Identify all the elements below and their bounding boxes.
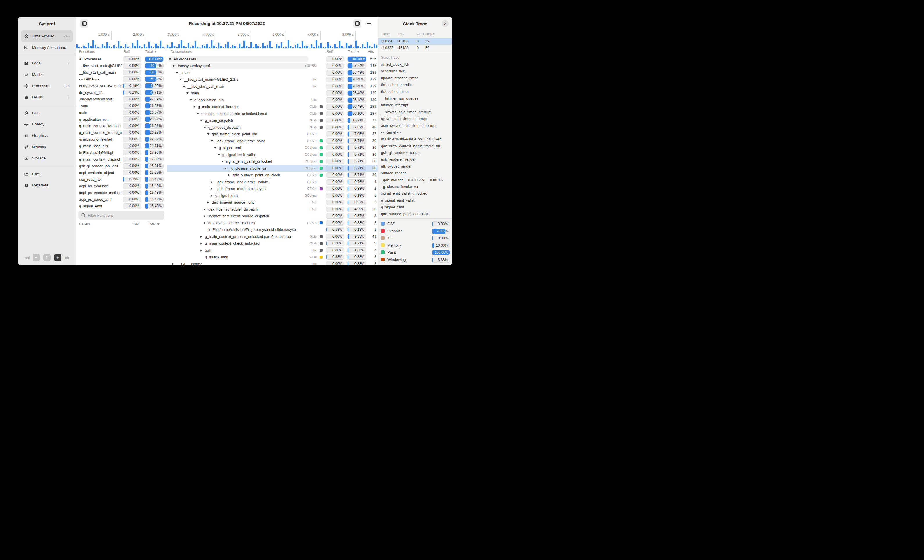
timeline-selection-band[interactable] bbox=[76, 39, 378, 48]
function-row[interactable]: _start0.00%26.67%26.67% bbox=[76, 103, 167, 109]
function-row[interactable]: All Processes0.00%100.00%100.00% bbox=[76, 56, 167, 63]
chevron-right-icon[interactable] bbox=[204, 208, 206, 211]
function-row[interactable]: __libc_start_main@GLIBC_2.2.50.00%60.76%… bbox=[76, 63, 167, 69]
descendant-row[interactable]: g_main_dispatchGLib0.00%13.71%13.71%72 bbox=[167, 117, 378, 124]
stack-frame[interactable]: surface_render bbox=[378, 170, 452, 176]
function-row[interactable]: g_signal_emit0.00%15.43%15.43% bbox=[76, 203, 167, 210]
descendants-self-column-header[interactable]: Self bbox=[327, 50, 333, 54]
function-row[interactable]: - - Kernel - -0.00%60.38%60.38% bbox=[76, 76, 167, 82]
descendant-row[interactable]: gdk_surface_paint_on_clockGTK 40.00%5.71… bbox=[167, 172, 378, 179]
chevron-right-icon[interactable] bbox=[200, 235, 202, 238]
function-row[interactable]: g_application_run0.00%26.67%26.67% bbox=[76, 116, 167, 123]
chevron-right-icon[interactable] bbox=[207, 201, 209, 204]
descendant-row[interactable]: main0.00%26.48%26.48%139 bbox=[167, 90, 378, 97]
descendants-column-header[interactable]: Descendants bbox=[171, 50, 192, 54]
stack-frame[interactable]: __sysvec_apic_timer_interrupt bbox=[378, 109, 452, 115]
descendant-row[interactable]: dex_fiber_scheduler_dispatchDex0.00%4.95… bbox=[167, 206, 378, 213]
callers-total-column-header[interactable]: Total bbox=[148, 222, 159, 226]
stack-sample-row[interactable]: 1.032015183039 bbox=[378, 38, 452, 45]
descendant-row[interactable]: polllibc0.00%1.33%1.33%7 bbox=[167, 247, 378, 254]
stack-frame[interactable]: signal_emit_valist_unlocked bbox=[378, 190, 452, 197]
stack-frame[interactable]: _gdk_marshal_BOOLEAN__BOXEDv bbox=[378, 177, 452, 183]
stack-frame[interactable]: - - Kernel - - bbox=[378, 129, 452, 136]
function-row[interactable]: main0.00%26.67%26.67% bbox=[76, 109, 167, 116]
descendant-row[interactable]: g_main_context_check_unlockedGLib0.38%0.… bbox=[167, 240, 378, 247]
function-row[interactable]: g_main_context_iteration0.00%26.67%26.67… bbox=[76, 123, 167, 129]
chevron-down-icon[interactable] bbox=[221, 161, 224, 162]
sidebar-item-energy[interactable]: Energy bbox=[21, 118, 73, 130]
filter-functions-input[interactable] bbox=[87, 213, 162, 218]
descendant-row[interactable]: _gdk_frame_clock_emit_paintGTK 40.00%5.7… bbox=[167, 138, 378, 145]
chevron-right-icon[interactable] bbox=[228, 174, 230, 176]
stack-frame[interactable]: In File /usr/lib64/libGL.so.1.7.0+0x4b bbox=[378, 136, 452, 142]
sidebar-item-cpu[interactable]: CPU bbox=[21, 107, 73, 118]
descendant-row[interactable]: _gdk_frame_clock_emit_updateGTK 40.00%0.… bbox=[167, 179, 378, 186]
function-row[interactable]: g_main_loop_run0.00%21.71%21.71% bbox=[76, 142, 167, 149]
descendant-row[interactable]: g_main_context_iterate_unlocked.isra.0GL… bbox=[167, 110, 378, 117]
rewind-icon[interactable]: ◀◀ bbox=[24, 255, 29, 260]
descendant-row[interactable]: All Processes0.00%100.00%100.00%525 bbox=[167, 56, 378, 63]
sidebar-item-network[interactable]: Network bbox=[21, 141, 73, 153]
descendant-row[interactable]: _start0.00%26.48%26.48%139 bbox=[167, 69, 378, 76]
stack-frame[interactable]: sched_clock_tick bbox=[378, 61, 452, 68]
descendant-row[interactable]: signal_emit_valist_unlockedGObject0.00%5… bbox=[167, 158, 378, 165]
stack-frame[interactable]: scheduler_tick bbox=[378, 68, 452, 74]
chevron-right-icon[interactable] bbox=[204, 215, 206, 217]
chevron-down-icon[interactable] bbox=[200, 120, 202, 121]
stack-frame[interactable]: tick_sched_timer bbox=[378, 88, 452, 95]
function-row[interactable]: gsk_gl_render_job_visit0.00%15.81%15.81% bbox=[76, 163, 167, 169]
chevron-right-icon[interactable] bbox=[204, 222, 206, 224]
sidebar-item-time-profiler[interactable]: Time Profiler798 bbox=[21, 30, 73, 42]
sidebar-item-memory-allocations[interactable]: Memory Allocations bbox=[21, 42, 73, 53]
descendant-row[interactable]: gdk_event_source_dispatchGTK 40.00%0.38%… bbox=[167, 220, 378, 226]
descendant-row[interactable]: g_mutex_lockGLib0.38%0.38%0.38%0.38%2 bbox=[167, 253, 378, 261]
chevron-down-icon[interactable] bbox=[207, 133, 210, 135]
function-row[interactable]: seq_read_iter0.19%0.19%15.43%15.43% bbox=[76, 176, 167, 183]
stack-frame[interactable]: gdk_draw_context_begin_frame_full bbox=[378, 142, 452, 149]
stack-frame[interactable]: asm_sysvec_apic_timer_interrupt bbox=[378, 122, 452, 129]
function-row[interactable]: acpi_ps_parse_aml0.00%15.43%15.43% bbox=[76, 196, 167, 203]
chevron-down-icon[interactable] bbox=[193, 106, 195, 108]
function-row[interactable]: acpi_ps_execute_method0.00%15.43%15.43% bbox=[76, 189, 167, 196]
sidebar-item-marks[interactable]: Marks bbox=[21, 69, 73, 80]
chevron-right-icon[interactable] bbox=[172, 263, 174, 265]
function-row[interactable]: ./src/sysprof/sysprof0.00%27.24%27.24% bbox=[76, 96, 167, 103]
sidebar-item-metadata[interactable]: Metadata bbox=[21, 180, 73, 191]
function-row[interactable]: acpi_evaluate_object0.00%15.62%15.62% bbox=[76, 169, 167, 176]
stack-frame[interactable]: gsk_gl_renderer_render bbox=[378, 149, 452, 156]
chevron-down-icon[interactable] bbox=[190, 99, 192, 101]
function-row[interactable]: g_main_context_dispatch0.00%17.90%17.90% bbox=[76, 156, 167, 163]
chevron-right-icon[interactable] bbox=[211, 195, 212, 197]
sidebar-item-logs[interactable]: Logs1 bbox=[21, 57, 73, 69]
stack-frame[interactable]: sysvec_apic_timer_interrupt bbox=[378, 115, 452, 122]
stack-frame[interactable]: gsk_renderer_render bbox=[378, 156, 452, 163]
function-row[interactable]: entry_SYSCALL_64_after_hwframe0.19%0.19%… bbox=[76, 82, 167, 89]
descendant-row[interactable]: ./src/sysprof/sysprof(15183)0.00%27.24%2… bbox=[167, 63, 378, 69]
sidebar-item-processes[interactable]: Processes326 bbox=[21, 80, 73, 91]
chevron-down-icon[interactable] bbox=[183, 86, 185, 87]
functions-column-header[interactable]: Functions bbox=[79, 50, 95, 54]
zoom-in-button[interactable]: + bbox=[54, 254, 61, 261]
chevron-down-icon[interactable] bbox=[214, 147, 216, 149]
zoom-out-button[interactable]: − bbox=[33, 254, 40, 261]
descendants-hits-column-header[interactable]: Hits bbox=[368, 50, 374, 54]
forward-icon[interactable]: ▶▶ bbox=[65, 255, 69, 260]
stack-sample-row[interactable]: 1.033315183059 bbox=[378, 45, 452, 51]
chevron-down-icon[interactable] bbox=[218, 154, 220, 156]
chevron-down-icon[interactable] bbox=[186, 92, 189, 94]
sidebar-item-d-bus[interactable]: D-Bus7 bbox=[21, 91, 73, 103]
zoom-level-button[interactable]: 1 bbox=[43, 254, 51, 261]
chevron-right-icon[interactable] bbox=[211, 188, 212, 190]
menu-button[interactable] bbox=[365, 19, 373, 28]
function-row[interactable]: acpi_ns_evaluate0.00%15.43%15.43% bbox=[76, 183, 167, 189]
stack-frame[interactable]: g_signal_emit_valist bbox=[378, 197, 452, 204]
stack-frame[interactable]: g_signal_emit bbox=[378, 204, 452, 210]
descendant-row[interactable]: g_signal_emitGObject0.00%5.71%5.71%30 bbox=[167, 144, 378, 151]
function-row[interactable]: do_syscall_640.19%0.19%41.71%41.71% bbox=[76, 89, 167, 96]
chevron-down-icon[interactable] bbox=[172, 65, 175, 67]
chevron-down-icon[interactable] bbox=[179, 79, 182, 81]
descendant-row[interactable]: In File /home/christian/Projects/sysprof… bbox=[167, 226, 378, 233]
chevron-down-icon[interactable] bbox=[176, 72, 178, 74]
close-icon[interactable]: ✕ bbox=[442, 20, 448, 27]
descendant-row[interactable]: _gdk_frame_clock_emit_layoutGTK 40.00%0.… bbox=[167, 185, 378, 192]
